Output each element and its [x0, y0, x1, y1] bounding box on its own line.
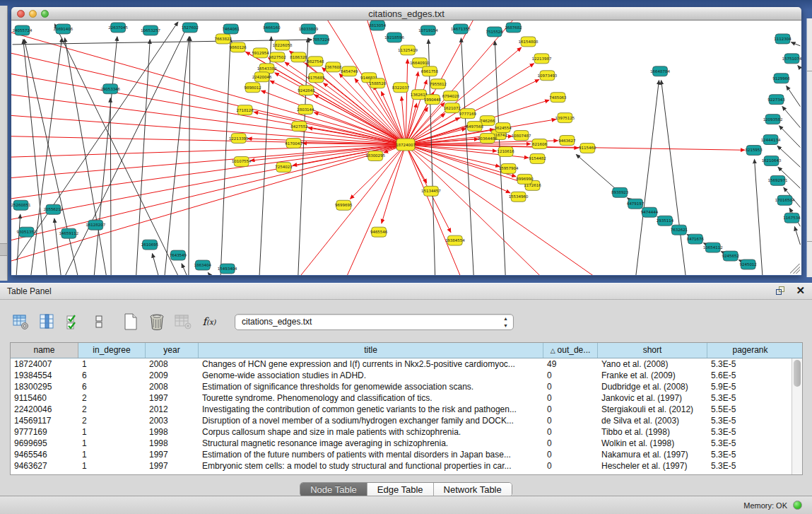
network-node[interactable]: 7663822	[215, 34, 232, 44]
column-header-name[interactable]: name	[11, 343, 78, 358]
network-node[interactable]: 12213399	[229, 134, 249, 144]
close-panel-icon[interactable]: ✕	[796, 286, 805, 296]
network-node[interactable]: 1210616	[497, 147, 514, 157]
network-node[interactable]: 1527602	[182, 23, 199, 33]
table-row[interactable]: 1938455462009Genome-wide association stu…	[11, 370, 802, 381]
network-node[interactable]: 2935114	[657, 216, 674, 226]
column-header-short[interactable]: short	[598, 343, 707, 358]
network-node[interactable]: 19384554	[445, 235, 465, 245]
column-header-in-degree[interactable]: in_degree	[78, 343, 146, 358]
network-node[interactable]: 2803144	[297, 105, 314, 115]
table-row[interactable]: 946554611997Estimation of the future num…	[11, 449, 802, 460]
network-node[interactable]: 10973493	[538, 71, 558, 81]
network-node[interactable]: 9898012	[244, 83, 261, 93]
create-column-button[interactable]	[122, 313, 140, 331]
network-node[interactable]: 10719154	[418, 25, 438, 35]
network-node[interactable]: 8186328	[290, 52, 307, 62]
network-node[interactable]: 7632621	[671, 225, 688, 235]
network-node[interactable]: 2718126	[236, 105, 254, 115]
table-row[interactable]: 1830029562008Estimation of significance …	[11, 381, 802, 392]
network-node[interactable]: 7515526	[486, 27, 503, 37]
network-node[interactable]: 18226058	[273, 40, 293, 50]
citation-network-graph[interactable]: 1872400776638229860126591295418226058982…	[11, 21, 801, 275]
network-node[interactable]: 12213987	[532, 54, 552, 64]
network-node[interactable]: 15751074	[782, 54, 801, 64]
network-node[interactable]: 14671355	[451, 24, 471, 34]
network-node[interactable]: 9115460	[579, 144, 596, 153]
network-node[interactable]: 3624554	[494, 123, 512, 133]
network-window-titlebar[interactable]: citations_edges.txt	[11, 7, 801, 21]
network-node[interactable]: 2367608	[324, 62, 342, 72]
network-node[interactable]: 9463627	[558, 136, 576, 146]
network-node[interactable]: 11325419	[398, 45, 418, 55]
network-node[interactable]: 6961758	[421, 66, 439, 76]
network-node[interactable]: 6497568	[466, 122, 484, 132]
delete-table-button[interactable]	[174, 313, 192, 331]
network-node[interactable]: 93051352	[17, 227, 37, 237]
float-panel-icon[interactable]	[776, 286, 786, 296]
network-node[interactable]: 1990448	[424, 95, 442, 105]
network-node[interactable]: 9465546	[370, 227, 388, 237]
network-node[interactable]: 7464061	[223, 24, 240, 34]
network-node[interactable]: 7955812	[430, 79, 447, 89]
network-node[interactable]: 8996990	[516, 174, 534, 184]
network-node[interactable]: 1863404	[194, 260, 212, 270]
tab-node-table[interactable]: Node Table	[300, 483, 367, 496]
table-mode-button[interactable]	[11, 313, 30, 331]
network-node[interactable]: 7857224	[312, 35, 330, 45]
network-node[interactable]: 621606	[532, 139, 547, 149]
network-node[interactable]: 16128207	[86, 220, 105, 230]
network-node[interactable]: 1621072	[444, 103, 461, 113]
network-node[interactable]: 12093582	[763, 115, 783, 124]
network-node[interactable]: 18300295	[365, 151, 385, 160]
table-row[interactable]: 1456911722003Disruption of a novel membe…	[11, 415, 802, 426]
table-source-select[interactable]: citations_edges.txt ▲▼	[235, 314, 514, 330]
network-node[interactable]: 1167534	[783, 213, 801, 223]
network-node[interactable]: 9242848	[298, 86, 315, 95]
network-node[interactable]: 10807487	[512, 131, 531, 141]
row-height-button[interactable]	[90, 313, 108, 331]
network-node[interactable]: 8454749	[341, 66, 358, 76]
network-node[interactable]: 29053346	[100, 84, 120, 94]
network-node[interactable]: 9227343	[767, 95, 785, 105]
network-node[interactable]: 16033809	[298, 24, 318, 34]
network-node[interactable]: 6794028	[442, 91, 460, 101]
window-resize-grip[interactable]	[790, 264, 800, 274]
network-node[interactable]: 4170043	[285, 139, 302, 148]
network-node[interactable]: 22637045	[108, 23, 128, 33]
network-node[interactable]: 12444134	[761, 135, 781, 145]
network-node[interactable]: 15957904	[499, 163, 519, 173]
network-node[interactable]: 9245652	[722, 251, 739, 261]
function-builder-button[interactable]: f(x)	[200, 313, 218, 331]
network-node[interactable]: 9154482	[529, 153, 546, 163]
network-node[interactable]: 9129966	[772, 74, 790, 83]
network-node[interactable]: 14659112	[59, 228, 78, 238]
network-node[interactable]: 16648784	[650, 66, 670, 76]
table-row[interactable]: 946362711997Embryonic stem cells: a mode…	[11, 460, 802, 472]
column-header-title[interactable]: title	[199, 343, 543, 358]
column-header-year[interactable]: year	[146, 343, 199, 358]
network-node[interactable]: 17016504	[775, 195, 795, 205]
network-node[interactable]: 5912954	[252, 48, 269, 58]
network-node[interactable]: 8215953	[745, 146, 763, 156]
scrollbar-thumb[interactable]	[794, 360, 801, 387]
table-row[interactable]: 1872400712008Changes of HCN gene express…	[11, 358, 802, 370]
network-node[interactable]: 9699695	[335, 200, 352, 210]
network-node[interactable]: 20691406	[53, 24, 73, 34]
network-node[interactable]: 8938923	[611, 187, 629, 197]
network-node[interactable]: 9777169	[459, 109, 477, 119]
network-node[interactable]: 9827502	[269, 52, 286, 62]
network-node[interactable]: 10654112	[703, 243, 723, 252]
table-row[interactable]: 911546021997Tourette syndrome. Phenomeno…	[11, 392, 802, 404]
network-node[interactable]: 15493404	[218, 264, 237, 274]
column-header-out-degree[interactable]: △out_de...	[543, 343, 598, 358]
network-node[interactable]: 9175685	[307, 73, 324, 83]
network-node[interactable]: 13975125	[555, 113, 575, 123]
network-node[interactable]: 7254021	[275, 162, 292, 172]
network-node[interactable]: 10107554	[232, 156, 252, 166]
network-node[interactable]: 1588520	[369, 78, 387, 88]
network-canvas[interactable]: 1872400776638229860126591295418226058982…	[11, 21, 801, 275]
memory-ok-indicator[interactable]	[793, 501, 802, 510]
network-node[interactable]: 16154808	[519, 37, 539, 47]
network-node[interactable]: 9860126	[229, 42, 247, 52]
